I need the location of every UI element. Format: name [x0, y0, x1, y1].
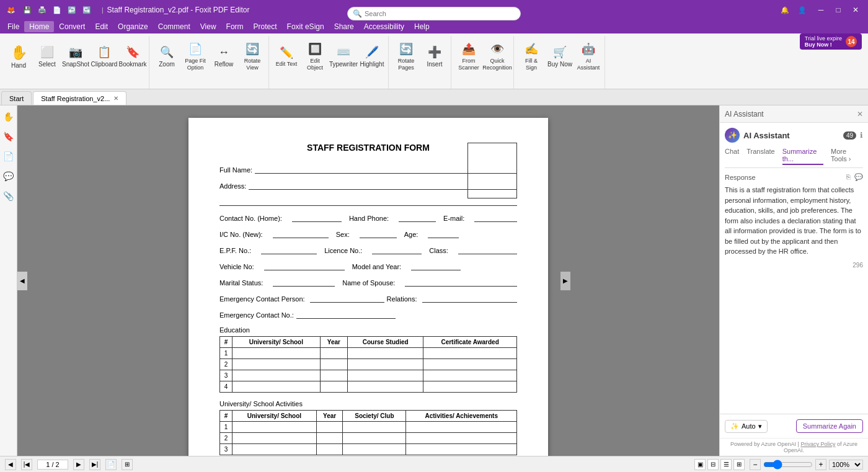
- quick-recognition-button[interactable]: 👁️ Quick Recognition: [484, 36, 511, 78]
- next-page-button[interactable]: ▶: [73, 459, 84, 470]
- reflow-button[interactable]: ↔️ Reflow: [210, 36, 237, 78]
- menu-home[interactable]: Home: [24, 21, 54, 32]
- menu-protect[interactable]: Protect: [249, 21, 282, 32]
- menu-form[interactable]: Form: [221, 21, 249, 32]
- ai-assistant-ribbon-button[interactable]: 🤖 AI Assistant: [575, 36, 602, 78]
- rotate-pages-button[interactable]: 🔄 Rotate Pages: [392, 36, 420, 78]
- tab-start[interactable]: Start: [1, 91, 32, 105]
- ai-tab-summarize[interactable]: Summarize th...: [782, 148, 823, 165]
- undo-icon[interactable]: ↩️: [66, 4, 78, 16]
- sidebar-attachment-icon[interactable]: 📎: [2, 190, 15, 202]
- collapse-left-button[interactable]: ◀: [17, 272, 27, 290]
- feedback-icon[interactable]: 💬: [854, 173, 863, 181]
- menu-help[interactable]: Help: [409, 21, 435, 32]
- from-scanner-button[interactable]: 📤 From Scanner: [455, 36, 482, 78]
- search-bar[interactable]: 🔍: [347, 7, 521, 20]
- spread-view-button[interactable]: ⊞: [733, 459, 745, 470]
- trial-banner[interactable]: Trial live expireBuy Now ! 14: [800, 33, 862, 50]
- menu-accessibility[interactable]: Accessibility: [359, 21, 409, 32]
- line-email: [474, 213, 517, 222]
- summarize-again-button[interactable]: Summarize Again: [796, 419, 863, 433]
- menu-view[interactable]: View: [195, 21, 221, 32]
- menu-comment[interactable]: Comment: [153, 21, 195, 32]
- table-row: 3: [220, 444, 517, 455]
- page-fit-button[interactable]: 📄 Page Fit Option: [182, 36, 209, 78]
- highlight-button[interactable]: 🖊️ Highlight: [358, 36, 386, 78]
- fill-sign-icon: ✍️: [525, 43, 538, 56]
- menu-share[interactable]: Share: [329, 21, 359, 32]
- menu-file[interactable]: File: [2, 21, 24, 32]
- menu-convert[interactable]: Convert: [54, 21, 90, 32]
- zoom-in-button[interactable]: +: [815, 459, 826, 470]
- user-icon[interactable]: 👤: [796, 4, 808, 16]
- bell-icon[interactable]: 🔔: [779, 4, 791, 16]
- privacy-policy-link[interactable]: Privacy Policy: [800, 441, 835, 447]
- ai-panel-header-label: AI Assistant: [725, 110, 764, 118]
- sidebar-bookmark-icon[interactable]: 🔖: [2, 130, 15, 143]
- prev-page-button[interactable]: ◀: [5, 459, 16, 470]
- print-icon[interactable]: 🖨️: [36, 4, 48, 16]
- zoom-level-select[interactable]: 100% 75% 125% 150%: [829, 460, 863, 470]
- menu-organize[interactable]: Organize: [113, 21, 153, 32]
- ribbon-group-tools: ✋ Hand ⬜ Select 📷 SnapShot 📋 Clipboard 🔖…: [2, 36, 149, 89]
- buy-now-button[interactable]: 🛒 Buy Now: [546, 36, 574, 78]
- collapse-right-button[interactable]: ▶: [560, 272, 570, 290]
- label-age: Age:: [404, 231, 418, 238]
- clipboard-button[interactable]: 📋 Clipboard: [91, 36, 118, 78]
- zoom-button[interactable]: 🔍 Zoom: [153, 36, 180, 78]
- last-page-button[interactable]: ▶|: [89, 459, 100, 470]
- ai-more-tools-button[interactable]: More Tools ›: [831, 148, 863, 165]
- snapshot-icon: 📷: [69, 46, 82, 60]
- ai-panel-close-button[interactable]: ✕: [857, 110, 863, 118]
- page-number-input[interactable]: [37, 460, 68, 470]
- line-vehicle: [264, 262, 345, 270]
- sidebar-page-icon[interactable]: 📄: [2, 150, 15, 163]
- snapshot-button[interactable]: 📷 SnapShot: [62, 36, 89, 78]
- fill-sign-button[interactable]: ✍️ Fill & Sign: [518, 36, 545, 78]
- zoom-slider[interactable]: [763, 460, 813, 470]
- ai-header-row: ✨ AI Assistant 49 ℹ: [725, 128, 863, 143]
- rotate-view-button[interactable]: 🔄 Rotate View: [239, 36, 266, 78]
- ai-info-icon[interactable]: ℹ: [860, 131, 863, 140]
- minimize-button[interactable]: ─: [813, 4, 828, 16]
- copy-response-icon[interactable]: ⎘: [846, 173, 851, 181]
- sidebar-hand-icon[interactable]: ✋: [2, 110, 15, 123]
- edit-text-button[interactable]: ✏️ Edit Text: [273, 36, 300, 78]
- hand-tool-button[interactable]: ✋ Hand: [5, 36, 32, 78]
- sidebar-comment-icon[interactable]: 💬: [2, 170, 15, 182]
- ribbon-group-pages: 🔄 Rotate Pages ➕ Insert: [390, 36, 451, 89]
- edit-object-button[interactable]: 🔲 Edit Object: [301, 36, 329, 78]
- new-icon[interactable]: 📄: [51, 4, 63, 16]
- bookmark-nav-icon[interactable]: 📄: [105, 459, 117, 470]
- insert-button[interactable]: ➕ Insert: [421, 36, 448, 78]
- save-icon[interactable]: 💾: [21, 4, 33, 16]
- bookmark-button[interactable]: 🔖 Bookmark: [119, 36, 146, 78]
- insert-icon: ➕: [428, 46, 441, 60]
- double-page-view-button[interactable]: ⊟: [707, 459, 719, 470]
- scroll-view-button[interactable]: ☰: [720, 459, 732, 470]
- select-tool-button[interactable]: ⬜ Select: [33, 36, 61, 78]
- reflow-icon: ↔️: [218, 46, 229, 60]
- maximize-button[interactable]: □: [831, 4, 846, 16]
- redo-icon[interactable]: ↪️: [81, 4, 93, 16]
- menu-edit[interactable]: Edit: [90, 21, 113, 32]
- tab-document[interactable]: Staff Registration_v2... ✕: [33, 91, 126, 105]
- typewriter-button[interactable]: ⌨️ Typewriter: [330, 36, 357, 78]
- auto-mode-button[interactable]: ✨ Auto ▾: [725, 420, 768, 433]
- search-input[interactable]: [365, 10, 515, 17]
- first-page-button[interactable]: |◀: [21, 459, 32, 470]
- window-controls: ─ □ ✕: [813, 4, 863, 16]
- pdf-viewer[interactable]: ◀ STAFF REGISTRATION FORM Full Name: Add…: [17, 105, 719, 456]
- bookmark-icon: 🔖: [126, 46, 140, 60]
- field-emergency: Emergency Contact Person: Relations:: [219, 294, 517, 303]
- tab-close-button[interactable]: ✕: [113, 95, 118, 102]
- field-address2: [219, 197, 517, 206]
- menu-foxit-esign[interactable]: Foxit eSign: [282, 21, 329, 32]
- zoom-out-button[interactable]: −: [750, 459, 761, 470]
- single-page-view-button[interactable]: ▣: [694, 459, 706, 470]
- ai-tab-chat[interactable]: Chat: [725, 148, 739, 165]
- page-layout-button[interactable]: ⊞: [122, 459, 133, 470]
- clipboard-icon: 📋: [97, 46, 111, 60]
- ai-tab-translate[interactable]: Translate: [746, 148, 774, 165]
- close-button[interactable]: ✕: [848, 4, 863, 16]
